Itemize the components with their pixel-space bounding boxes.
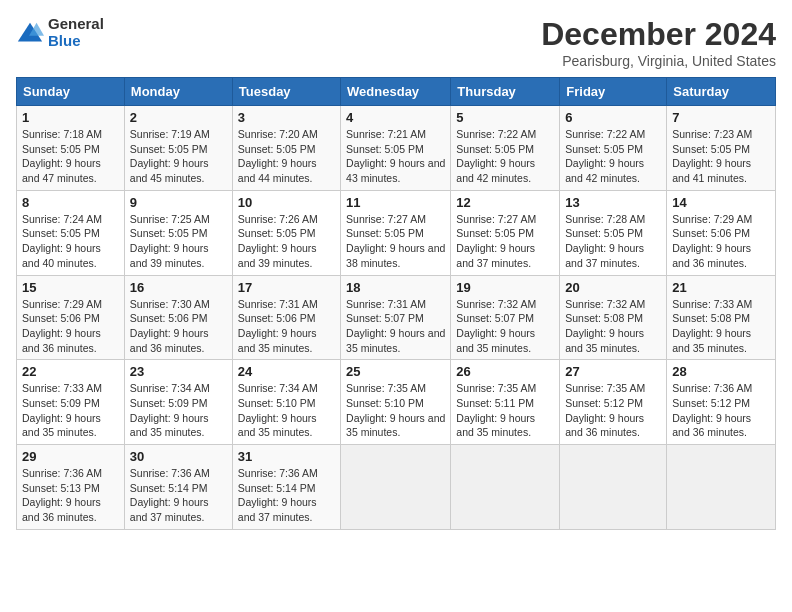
logo-text: General Blue: [48, 16, 104, 49]
table-cell: 20 Sunrise: 7:32 AMSunset: 5:08 PMDaylig…: [560, 275, 667, 360]
table-cell: 19 Sunrise: 7:32 AMSunset: 5:07 PMDaylig…: [451, 275, 560, 360]
day-info: Sunrise: 7:27 AMSunset: 5:05 PMDaylight:…: [456, 213, 536, 269]
calendar-row: 29 Sunrise: 7:36 AMSunset: 5:13 PMDaylig…: [17, 445, 776, 530]
day-info: Sunrise: 7:28 AMSunset: 5:05 PMDaylight:…: [565, 213, 645, 269]
day-number: 2: [130, 110, 227, 125]
table-cell: 6 Sunrise: 7:22 AMSunset: 5:05 PMDayligh…: [560, 106, 667, 191]
weekday-header-row: Sunday Monday Tuesday Wednesday Thursday…: [17, 78, 776, 106]
table-cell: 27 Sunrise: 7:35 AMSunset: 5:12 PMDaylig…: [560, 360, 667, 445]
day-info: Sunrise: 7:27 AMSunset: 5:05 PMDaylight:…: [346, 213, 445, 269]
day-number: 11: [346, 195, 445, 210]
day-number: 28: [672, 364, 770, 379]
header-wednesday: Wednesday: [341, 78, 451, 106]
calendar-table: Sunday Monday Tuesday Wednesday Thursday…: [16, 77, 776, 530]
calendar-row: 1 Sunrise: 7:18 AMSunset: 5:05 PMDayligh…: [17, 106, 776, 191]
day-info: Sunrise: 7:36 AMSunset: 5:12 PMDaylight:…: [672, 382, 752, 438]
day-info: Sunrise: 7:36 AMSunset: 5:13 PMDaylight:…: [22, 467, 102, 523]
table-cell: 26 Sunrise: 7:35 AMSunset: 5:11 PMDaylig…: [451, 360, 560, 445]
day-info: Sunrise: 7:32 AMSunset: 5:07 PMDaylight:…: [456, 298, 536, 354]
table-cell: 30 Sunrise: 7:36 AMSunset: 5:14 PMDaylig…: [124, 445, 232, 530]
day-number: 4: [346, 110, 445, 125]
table-cell: [560, 445, 667, 530]
day-number: 24: [238, 364, 335, 379]
day-number: 30: [130, 449, 227, 464]
day-number: 26: [456, 364, 554, 379]
day-number: 9: [130, 195, 227, 210]
calendar-row: 22 Sunrise: 7:33 AMSunset: 5:09 PMDaylig…: [17, 360, 776, 445]
table-cell: 14 Sunrise: 7:29 AMSunset: 5:06 PMDaylig…: [667, 190, 776, 275]
table-cell: 8 Sunrise: 7:24 AMSunset: 5:05 PMDayligh…: [17, 190, 125, 275]
day-number: 15: [22, 280, 119, 295]
header-tuesday: Tuesday: [232, 78, 340, 106]
title-area: December 2024 Pearisburg, Virginia, Unit…: [541, 16, 776, 69]
logo-icon: [16, 19, 44, 47]
day-number: 27: [565, 364, 661, 379]
table-cell: [451, 445, 560, 530]
day-info: Sunrise: 7:22 AMSunset: 5:05 PMDaylight:…: [456, 128, 536, 184]
table-cell: 29 Sunrise: 7:36 AMSunset: 5:13 PMDaylig…: [17, 445, 125, 530]
calendar-row: 15 Sunrise: 7:29 AMSunset: 5:06 PMDaylig…: [17, 275, 776, 360]
day-info: Sunrise: 7:26 AMSunset: 5:05 PMDaylight:…: [238, 213, 318, 269]
subtitle: Pearisburg, Virginia, United States: [541, 53, 776, 69]
day-number: 20: [565, 280, 661, 295]
day-number: 22: [22, 364, 119, 379]
main-title: December 2024: [541, 16, 776, 53]
header-saturday: Saturday: [667, 78, 776, 106]
table-cell: 9 Sunrise: 7:25 AMSunset: 5:05 PMDayligh…: [124, 190, 232, 275]
day-info: Sunrise: 7:25 AMSunset: 5:05 PMDaylight:…: [130, 213, 210, 269]
header: General Blue December 2024 Pearisburg, V…: [16, 16, 776, 69]
day-number: 21: [672, 280, 770, 295]
day-number: 31: [238, 449, 335, 464]
day-number: 29: [22, 449, 119, 464]
day-number: 16: [130, 280, 227, 295]
table-cell: 13 Sunrise: 7:28 AMSunset: 5:05 PMDaylig…: [560, 190, 667, 275]
day-info: Sunrise: 7:22 AMSunset: 5:05 PMDaylight:…: [565, 128, 645, 184]
day-number: 3: [238, 110, 335, 125]
table-cell: 4 Sunrise: 7:21 AMSunset: 5:05 PMDayligh…: [341, 106, 451, 191]
logo-blue: Blue: [48, 33, 104, 50]
day-info: Sunrise: 7:21 AMSunset: 5:05 PMDaylight:…: [346, 128, 445, 184]
table-cell: [341, 445, 451, 530]
day-number: 6: [565, 110, 661, 125]
table-cell: 23 Sunrise: 7:34 AMSunset: 5:09 PMDaylig…: [124, 360, 232, 445]
day-number: 18: [346, 280, 445, 295]
day-info: Sunrise: 7:30 AMSunset: 5:06 PMDaylight:…: [130, 298, 210, 354]
day-number: 5: [456, 110, 554, 125]
table-cell: 18 Sunrise: 7:31 AMSunset: 5:07 PMDaylig…: [341, 275, 451, 360]
day-number: 13: [565, 195, 661, 210]
day-info: Sunrise: 7:31 AMSunset: 5:07 PMDaylight:…: [346, 298, 445, 354]
table-cell: 16 Sunrise: 7:30 AMSunset: 5:06 PMDaylig…: [124, 275, 232, 360]
table-cell: 11 Sunrise: 7:27 AMSunset: 5:05 PMDaylig…: [341, 190, 451, 275]
header-sunday: Sunday: [17, 78, 125, 106]
day-info: Sunrise: 7:19 AMSunset: 5:05 PMDaylight:…: [130, 128, 210, 184]
logo: General Blue: [16, 16, 104, 49]
day-info: Sunrise: 7:36 AMSunset: 5:14 PMDaylight:…: [238, 467, 318, 523]
day-info: Sunrise: 7:33 AMSunset: 5:08 PMDaylight:…: [672, 298, 752, 354]
table-cell: 7 Sunrise: 7:23 AMSunset: 5:05 PMDayligh…: [667, 106, 776, 191]
day-info: Sunrise: 7:23 AMSunset: 5:05 PMDaylight:…: [672, 128, 752, 184]
table-cell: 24 Sunrise: 7:34 AMSunset: 5:10 PMDaylig…: [232, 360, 340, 445]
table-cell: 28 Sunrise: 7:36 AMSunset: 5:12 PMDaylig…: [667, 360, 776, 445]
table-cell: 17 Sunrise: 7:31 AMSunset: 5:06 PMDaylig…: [232, 275, 340, 360]
day-info: Sunrise: 7:18 AMSunset: 5:05 PMDaylight:…: [22, 128, 102, 184]
table-cell: 10 Sunrise: 7:26 AMSunset: 5:05 PMDaylig…: [232, 190, 340, 275]
day-number: 1: [22, 110, 119, 125]
day-info: Sunrise: 7:29 AMSunset: 5:06 PMDaylight:…: [22, 298, 102, 354]
day-info: Sunrise: 7:34 AMSunset: 5:09 PMDaylight:…: [130, 382, 210, 438]
day-info: Sunrise: 7:20 AMSunset: 5:05 PMDaylight:…: [238, 128, 318, 184]
table-cell: 3 Sunrise: 7:20 AMSunset: 5:05 PMDayligh…: [232, 106, 340, 191]
table-cell: 15 Sunrise: 7:29 AMSunset: 5:06 PMDaylig…: [17, 275, 125, 360]
day-number: 25: [346, 364, 445, 379]
day-number: 8: [22, 195, 119, 210]
table-cell: 31 Sunrise: 7:36 AMSunset: 5:14 PMDaylig…: [232, 445, 340, 530]
day-number: 10: [238, 195, 335, 210]
day-info: Sunrise: 7:34 AMSunset: 5:10 PMDaylight:…: [238, 382, 318, 438]
day-info: Sunrise: 7:35 AMSunset: 5:11 PMDaylight:…: [456, 382, 536, 438]
day-info: Sunrise: 7:33 AMSunset: 5:09 PMDaylight:…: [22, 382, 102, 438]
table-cell: 25 Sunrise: 7:35 AMSunset: 5:10 PMDaylig…: [341, 360, 451, 445]
calendar-row: 8 Sunrise: 7:24 AMSunset: 5:05 PMDayligh…: [17, 190, 776, 275]
header-monday: Monday: [124, 78, 232, 106]
day-number: 19: [456, 280, 554, 295]
day-info: Sunrise: 7:36 AMSunset: 5:14 PMDaylight:…: [130, 467, 210, 523]
day-info: Sunrise: 7:24 AMSunset: 5:05 PMDaylight:…: [22, 213, 102, 269]
